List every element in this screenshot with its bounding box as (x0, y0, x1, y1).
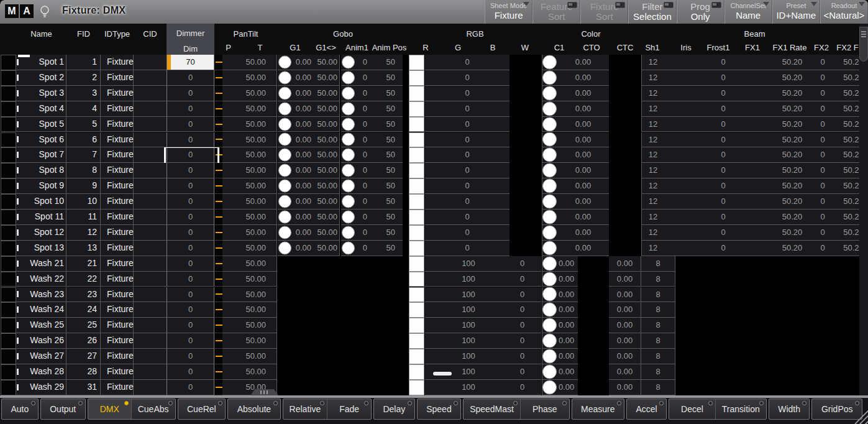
cell-idtype[interactable]: Fixture (101, 132, 134, 148)
row-select-cell[interactable] (1, 380, 16, 395)
cell-dim[interactable]: 0 (167, 101, 214, 117)
cell-cid[interactable] (134, 55, 167, 70)
cell-ctc[interactable]: 0.00 (609, 272, 641, 287)
cell-idtype[interactable]: Fixture (101, 333, 134, 349)
cell-c1[interactable] (542, 225, 557, 241)
pan-tilt-indicator-cell[interactable] (214, 241, 222, 256)
beam-fx1-rate-value[interactable]: 50.20 (773, 163, 811, 178)
cell-anim-pos[interactable]: 50 (373, 225, 403, 241)
cell-fid[interactable]: 23 (66, 287, 101, 303)
cell-c1[interactable] (542, 55, 557, 70)
col-header-sh1[interactable]: Sh1 (640, 42, 665, 53)
pan-tilt-indicator-cell[interactable] (214, 210, 222, 225)
row-select-cell[interactable] (1, 272, 16, 287)
cell-g1-range[interactable]: 50.00 (313, 163, 340, 178)
cell-c1-value[interactable]: 0.00 (557, 302, 578, 318)
color-swatch[interactable] (409, 272, 424, 287)
cell-dim[interactable]: 0 (167, 256, 214, 272)
beam-fx2-value[interactable]: 0 (812, 163, 833, 178)
row-select-cell[interactable] (1, 178, 16, 194)
mode-button-gridpos[interactable]: GridPos (812, 399, 862, 419)
row-select-cell[interactable] (1, 302, 16, 318)
cell-name[interactable]: Spot 13 (16, 241, 66, 256)
cell-g1[interactable]: 0.00 (278, 55, 313, 70)
color-swatch[interactable] (409, 333, 424, 349)
cell-pan-tilt[interactable]: 50.00 (222, 194, 277, 210)
mode-button-speedmast[interactable]: SpeedMast (464, 399, 520, 419)
cell-anim1[interactable]: 0 (341, 86, 373, 101)
cell-ctc[interactable]: 0.00 (609, 349, 641, 364)
cell-g1-range[interactable]: 50.00 (313, 86, 340, 101)
cell-cto[interactable]: 0.00 (557, 163, 609, 178)
col-header-ctc[interactable]: CTC (610, 42, 641, 53)
white-value[interactable]: 0 (503, 272, 541, 287)
beam-frost1-value[interactable]: 0 (708, 55, 739, 70)
cell-dim[interactable]: 0 (167, 287, 214, 303)
cell-fid[interactable]: 11 (66, 210, 101, 225)
titlebar-button--natural-[interactable]: Readout<Natural> (820, 0, 868, 24)
mode-button-cueabs[interactable]: CueAbs (131, 399, 175, 419)
cell-cto[interactable]: 0.00 (557, 101, 609, 117)
beam-fx2-value[interactable]: 0 (812, 194, 833, 209)
cell-rgb[interactable]: 0 (425, 241, 509, 256)
col-header-fid[interactable]: FID (66, 29, 101, 40)
cell-dim[interactable]: 0 (167, 147, 214, 163)
cell-dim[interactable]: 0 (167, 380, 214, 395)
beam-fx2-value[interactable]: 0 (812, 55, 833, 70)
cell-beam-block[interactable]: 12050.20050.20 (641, 101, 868, 117)
row-select-cell[interactable] (1, 241, 16, 256)
white-value[interactable]: 0 (503, 302, 541, 317)
cell-fid[interactable]: 8 (66, 163, 101, 178)
cell-rgb[interactable]: 0 (425, 117, 509, 132)
beam-fx1-rate-value[interactable]: 50.20 (773, 55, 811, 70)
cell-c1[interactable] (542, 287, 557, 303)
cell-rgb[interactable]: 0 (425, 101, 509, 117)
cell-cid[interactable] (134, 287, 167, 303)
row-select-cell[interactable] (1, 163, 16, 178)
cell-pan-tilt[interactable]: 50.00 (222, 333, 277, 349)
cell-cto[interactable]: 0.00 (557, 225, 609, 241)
cell-name[interactable]: Spot 12 (16, 225, 66, 241)
cell-beam-block[interactable]: 12050.20050.20 (641, 55, 868, 70)
cell-dim[interactable]: 0 (167, 349, 214, 364)
cell-dim[interactable]: 0 (167, 225, 214, 241)
beam-frost1-value[interactable]: 0 (708, 178, 739, 193)
color-swatch[interactable] (409, 86, 424, 101)
col-header-dimmer[interactable]: Dimmer Dim (167, 24, 214, 55)
beam-sh1-value[interactable]: 12 (642, 70, 664, 85)
mode-button-speed[interactable]: Speed (418, 399, 460, 419)
col-header-gobo[interactable]: Gobo (278, 29, 408, 40)
row-select-cell[interactable] (1, 132, 16, 148)
col-header-g1[interactable]: G1 (278, 42, 313, 53)
color-swatch[interactable] (409, 210, 424, 225)
cell-beam-block[interactable]: 12050.20050.20 (641, 147, 868, 163)
cell-rgb[interactable]: 0 (425, 70, 509, 86)
cell-beam-block[interactable]: 12050.20050.20 (641, 210, 868, 225)
cell-pan-tilt[interactable]: 50.00 (222, 163, 277, 178)
col-header-g[interactable]: G (449, 42, 467, 53)
beam-fx1-rate-value[interactable]: 50.20 (773, 86, 811, 101)
cell-dim[interactable]: 0 (167, 194, 214, 210)
col-header-fx2[interactable]: FX2 (811, 42, 832, 53)
mode-button-accel[interactable]: Accel (627, 399, 666, 419)
cell-sh1[interactable]: 8 (641, 333, 675, 349)
cell-cto[interactable]: 0.00 (557, 86, 609, 101)
beam-fx2-value[interactable]: 0 (812, 178, 833, 193)
cell-c1[interactable] (542, 194, 557, 210)
cell-beam-block[interactable]: 12050.20050.20 (641, 194, 868, 210)
cell-c1[interactable] (542, 101, 557, 117)
cell-g1-range[interactable]: 50.00 (313, 117, 340, 132)
cell-cid[interactable] (134, 194, 167, 210)
cell-rgb[interactable]: 1000 (425, 380, 541, 395)
row-select-cell[interactable] (1, 318, 16, 333)
beam-sh1-value[interactable]: 12 (642, 101, 664, 116)
col-header-fx1[interactable]: FX1 (743, 42, 762, 53)
color-swatch[interactable] (409, 163, 424, 178)
cell-beam-block[interactable]: 12050.20050.20 (641, 178, 868, 194)
col-header-name[interactable]: Name (16, 29, 66, 40)
cell-cto[interactable]: 0.00 (557, 55, 609, 70)
row-select-cell[interactable] (1, 349, 16, 364)
col-header-c1[interactable]: C1 (550, 42, 569, 53)
cell-name[interactable]: Spot 1 (16, 55, 66, 70)
cell-cid[interactable] (134, 241, 167, 256)
